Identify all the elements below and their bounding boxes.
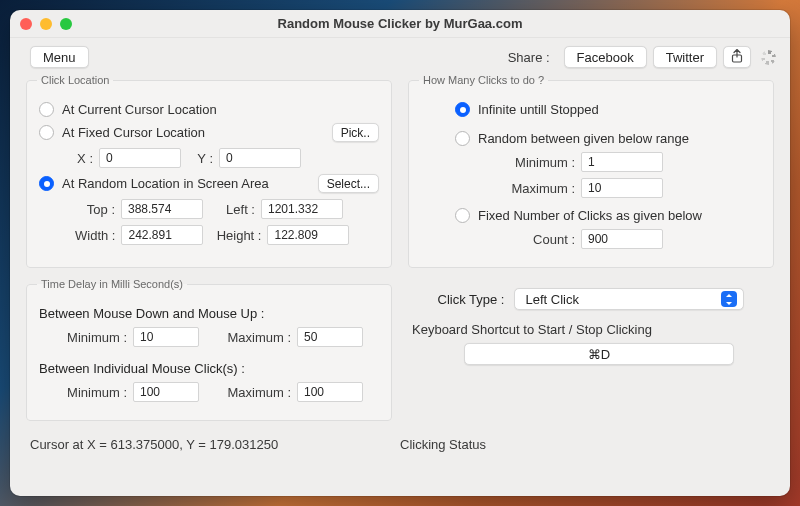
x-input[interactable]	[99, 148, 181, 168]
spinner-icon	[761, 50, 776, 65]
top-label: Top :	[75, 202, 115, 217]
select-button[interactable]: Select...	[318, 174, 379, 193]
hm-min-label: Minimum :	[505, 155, 575, 170]
titlebar: Random Mouse Clicker by MurGaa.com	[10, 10, 790, 38]
hm-min-input[interactable]	[581, 152, 663, 172]
radio-current-location-label: At Current Cursor Location	[62, 102, 217, 117]
hm-max-input[interactable]	[581, 178, 663, 198]
cursor-status: Cursor at X = 613.375000, Y = 179.031250	[30, 437, 400, 452]
x-label: X :	[75, 151, 93, 166]
radio-random-location-label: At Random Location in Screen Area	[62, 176, 269, 191]
y-input[interactable]	[219, 148, 301, 168]
td2-max-label: Maximum :	[221, 385, 291, 400]
between-min-input[interactable]	[133, 382, 199, 402]
minimize-icon[interactable]	[40, 18, 52, 30]
count-label: Count :	[505, 232, 575, 247]
radio-fixed-count-label: Fixed Number of Clicks as given below	[478, 208, 702, 223]
share-label: Share :	[508, 50, 550, 65]
radio-fixed-count[interactable]: Fixed Number of Clicks as given below	[455, 208, 702, 223]
width-label: Width :	[75, 228, 115, 243]
td-min-label: Minimum :	[57, 330, 127, 345]
click-type-value: Left Click	[525, 292, 578, 307]
updown-min-input[interactable]	[133, 327, 199, 347]
width-input[interactable]	[121, 225, 203, 245]
clicking-status: Clicking Status	[400, 437, 770, 452]
app-window: Random Mouse Clicker by MurGaa.com Menu …	[10, 10, 790, 496]
menu-button[interactable]: Menu	[30, 46, 89, 68]
click-type-label: Click Type :	[438, 292, 505, 307]
radio-current-location-input[interactable]	[39, 102, 54, 117]
radio-infinite-input[interactable]	[455, 102, 470, 117]
footer: Cursor at X = 613.375000, Y = 179.031250…	[10, 429, 790, 452]
click-location-legend: Click Location	[37, 74, 113, 86]
radio-infinite[interactable]: Infinite untill Stopped	[455, 102, 599, 117]
time-delay-legend: Time Delay in Milli Second(s)	[37, 278, 187, 290]
updown-max-input[interactable]	[297, 327, 363, 347]
how-many-group: How Many Clicks to do ? Infinite untill …	[408, 74, 774, 268]
updown-title: Between Mouse Down and Mouse Up :	[39, 306, 264, 321]
shortcut-button[interactable]: ⌘D	[464, 343, 734, 365]
click-type-select[interactable]: Left Click	[514, 288, 744, 310]
shortcut-label: Keyboard Shortcut to Start / Stop Clicki…	[412, 322, 774, 337]
radio-random-range-label: Random between given below range	[478, 131, 689, 146]
share-twitter-button[interactable]: Twitter	[653, 46, 717, 68]
left-input[interactable]	[261, 199, 343, 219]
maximize-icon[interactable]	[60, 18, 72, 30]
window-title: Random Mouse Clicker by MurGaa.com	[10, 16, 790, 31]
toolbar: Menu Share : Facebook Twitter	[10, 38, 790, 72]
right-bottom-area: Click Type : Left Click Keyboard Shortcu…	[408, 278, 774, 421]
height-label: Height :	[215, 228, 261, 243]
top-input[interactable]	[121, 199, 203, 219]
how-many-legend: How Many Clicks to do ?	[419, 74, 548, 86]
between-max-input[interactable]	[297, 382, 363, 402]
radio-fixed-location-input[interactable]	[39, 125, 54, 140]
radio-fixed-location[interactable]: At Fixed Cursor Location	[39, 125, 205, 140]
y-label: Y :	[195, 151, 213, 166]
radio-random-range[interactable]: Random between given below range	[455, 131, 689, 146]
close-icon[interactable]	[20, 18, 32, 30]
height-input[interactable]	[267, 225, 349, 245]
share-icon	[731, 49, 743, 66]
td2-min-label: Minimum :	[57, 385, 127, 400]
radio-fixed-location-label: At Fixed Cursor Location	[62, 125, 205, 140]
radio-random-range-input[interactable]	[455, 131, 470, 146]
share-facebook-button[interactable]: Facebook	[564, 46, 647, 68]
pick-button[interactable]: Pick..	[332, 123, 379, 142]
time-delay-group: Time Delay in Milli Second(s) Between Mo…	[26, 278, 392, 421]
count-input[interactable]	[581, 229, 663, 249]
between-title: Between Individual Mouse Click(s) :	[39, 361, 245, 376]
chevron-updown-icon	[721, 291, 737, 307]
hm-max-label: Maximum :	[505, 181, 575, 196]
td-max-label: Maximum :	[221, 330, 291, 345]
traffic-lights	[20, 18, 72, 30]
left-label: Left :	[215, 202, 255, 217]
click-location-group: Click Location At Current Cursor Locatio…	[26, 74, 392, 268]
radio-infinite-label: Infinite untill Stopped	[478, 102, 599, 117]
radio-current-location[interactable]: At Current Cursor Location	[39, 102, 217, 117]
radio-random-location[interactable]: At Random Location in Screen Area	[39, 176, 269, 191]
shortcut-value: ⌘D	[588, 347, 610, 362]
radio-random-location-input[interactable]	[39, 176, 54, 191]
radio-fixed-count-input[interactable]	[455, 208, 470, 223]
share-button[interactable]	[723, 46, 751, 68]
